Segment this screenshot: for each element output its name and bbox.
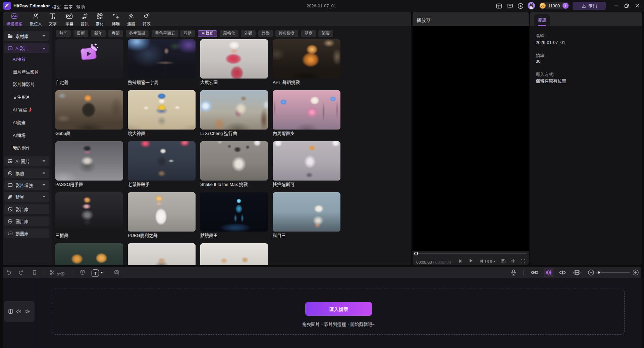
- svg-text:GIF: GIF: [9, 233, 12, 235]
